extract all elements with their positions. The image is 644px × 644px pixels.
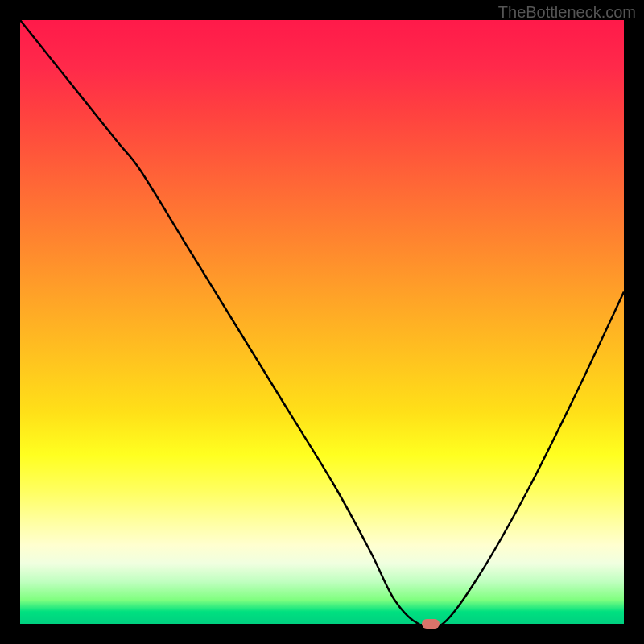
watermark-text: TheBottleneck.com [498, 3, 636, 22]
optimal-marker [422, 619, 440, 629]
plot-area [20, 20, 624, 624]
bottleneck-curve [20, 20, 624, 624]
